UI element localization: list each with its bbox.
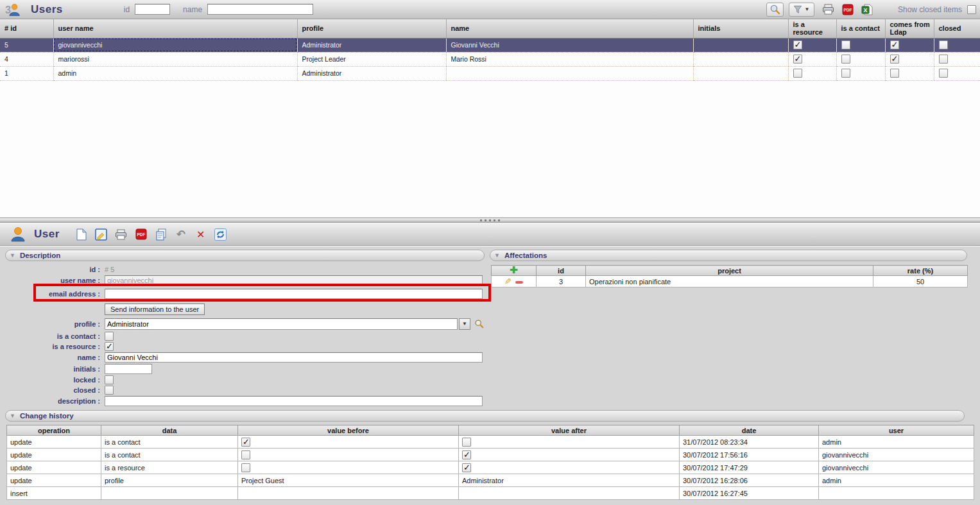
initials-cell[interactable] xyxy=(693,52,788,66)
name-cell[interactable]: Mario Rossi xyxy=(446,52,693,66)
column-header[interactable]: profile xyxy=(297,19,446,38)
email-field[interactable] xyxy=(105,289,483,299)
flag-cell[interactable] xyxy=(885,66,934,80)
send-information-button[interactable]: Send information to the user xyxy=(105,304,205,315)
column-header[interactable]: value before xyxy=(238,425,459,436)
column-header[interactable]: # id xyxy=(0,19,53,38)
column-header[interactable]: project xyxy=(586,266,873,276)
profile-search-icon[interactable] xyxy=(473,318,485,330)
checkbox[interactable] xyxy=(793,69,802,78)
checkbox[interactable] xyxy=(462,438,471,447)
checkbox[interactable] xyxy=(841,40,850,49)
checkbox[interactable] xyxy=(462,450,471,459)
flag-cell[interactable] xyxy=(885,38,934,52)
checkbox[interactable] xyxy=(841,55,850,64)
print-detail-icon[interactable] xyxy=(114,227,129,241)
profile-dropdown-icon[interactable]: ▼ xyxy=(459,318,470,330)
flag-cell[interactable] xyxy=(788,52,836,66)
initials-cell[interactable] xyxy=(693,66,788,80)
flag-cell[interactable] xyxy=(788,66,836,80)
name-field[interactable] xyxy=(105,352,483,363)
collapse-icon[interactable]: ▼ xyxy=(10,252,15,259)
flag-cell[interactable] xyxy=(934,52,980,66)
locked-checkbox[interactable] xyxy=(105,375,114,384)
column-header[interactable]: value after xyxy=(459,425,680,436)
checkbox[interactable] xyxy=(241,463,250,472)
column-header[interactable]: id xyxy=(537,266,586,276)
name-cell[interactable] xyxy=(446,66,693,80)
remove-affectation-icon[interactable] xyxy=(515,281,523,284)
column-header[interactable]: date xyxy=(680,425,819,436)
collapse-icon[interactable]: ▼ xyxy=(494,252,500,259)
description-field[interactable] xyxy=(105,396,483,406)
checkbox[interactable] xyxy=(939,55,948,64)
column-header[interactable]: closed xyxy=(934,19,980,38)
profile-cell[interactable]: Administrator xyxy=(297,38,446,52)
profile-field[interactable] xyxy=(105,318,458,330)
column-header[interactable]: name xyxy=(446,19,693,38)
flag-cell[interactable] xyxy=(934,66,980,80)
copy-icon[interactable] xyxy=(153,227,169,241)
user-name-cell[interactable]: admin xyxy=(53,66,297,80)
column-header[interactable]: data xyxy=(101,425,238,436)
show-closed-checkbox[interactable] xyxy=(967,5,976,14)
id-cell[interactable]: 1 xyxy=(0,66,53,80)
closed-checkbox[interactable] xyxy=(105,386,114,395)
save-icon[interactable] xyxy=(94,227,109,241)
flag-cell[interactable] xyxy=(885,52,934,66)
user-name-cell[interactable]: giovannivecchi xyxy=(53,38,297,52)
column-header[interactable]: user xyxy=(819,425,974,436)
initials-cell[interactable] xyxy=(693,38,788,52)
column-header[interactable]: comes from Ldap xyxy=(885,19,934,38)
user-row[interactable]: 5giovannivecchiAdministratorGiovanni Vec… xyxy=(0,38,980,52)
user-name-field[interactable] xyxy=(105,275,483,286)
excel-icon[interactable]: X xyxy=(859,3,875,17)
collapse-icon[interactable]: ▼ xyxy=(10,413,15,419)
search-icon[interactable] xyxy=(766,3,784,17)
checkbox[interactable] xyxy=(793,40,802,49)
profile-cell[interactable]: Project Leader xyxy=(297,52,446,66)
column-header[interactable]: rate (%) xyxy=(873,266,968,276)
checkbox[interactable] xyxy=(939,69,948,78)
edit-affectation-icon[interactable]: ✎ xyxy=(504,277,511,286)
print-icon[interactable] xyxy=(821,3,836,17)
flag-cell[interactable] xyxy=(788,38,836,52)
checkbox[interactable] xyxy=(793,55,802,64)
checkbox[interactable] xyxy=(241,438,250,447)
column-header[interactable]: operation xyxy=(7,425,101,436)
affectation-row[interactable]: ✎3Operazioni non pianificate50 xyxy=(492,276,968,287)
pdf-detail-icon[interactable]: PDF xyxy=(133,227,149,241)
new-document-icon[interactable] xyxy=(74,227,89,241)
affectations-panel-header[interactable]: ▼ Affectations xyxy=(490,250,967,261)
checkbox[interactable] xyxy=(462,463,471,472)
delete-icon[interactable]: ✕ xyxy=(193,227,209,241)
is-a-resource-checkbox[interactable] xyxy=(105,342,114,351)
flag-cell[interactable] xyxy=(934,38,980,52)
column-header[interactable]: is a contact xyxy=(836,19,885,38)
user-row[interactable]: 4mariorossiProject LeaderMario Rossi xyxy=(0,52,980,66)
splitter-handle[interactable] xyxy=(0,218,980,223)
column-header[interactable]: is a resource xyxy=(788,19,836,38)
checkbox[interactable] xyxy=(890,55,899,64)
flag-cell[interactable] xyxy=(836,52,885,66)
checkbox[interactable] xyxy=(890,69,899,78)
history-panel-header[interactable]: ▼ Change history xyxy=(5,410,965,422)
id-cell[interactable]: 4 xyxy=(0,52,53,66)
description-panel-header[interactable]: ▼ Description xyxy=(5,250,485,261)
id-filter-input[interactable] xyxy=(135,4,170,15)
add-affectation-icon[interactable]: ✚ xyxy=(510,264,518,275)
user-name-cell[interactable]: mariorossi xyxy=(53,52,297,66)
column-header[interactable]: user name xyxy=(53,19,297,38)
checkbox[interactable] xyxy=(841,69,850,78)
checkbox[interactable] xyxy=(890,40,899,49)
id-cell[interactable]: 5 xyxy=(0,38,53,52)
undo-icon[interactable]: ↶ xyxy=(173,227,189,241)
name-cell[interactable]: Giovanni Vecchi xyxy=(446,38,693,52)
filter-icon[interactable]: ▼ xyxy=(789,3,814,17)
flag-cell[interactable] xyxy=(836,38,885,52)
flag-cell[interactable] xyxy=(836,66,885,80)
initials-field[interactable] xyxy=(105,364,152,374)
is-a-contact-checkbox[interactable] xyxy=(105,332,114,341)
refresh-icon[interactable] xyxy=(213,227,228,241)
user-row[interactable]: 1adminAdministrator xyxy=(0,66,980,80)
